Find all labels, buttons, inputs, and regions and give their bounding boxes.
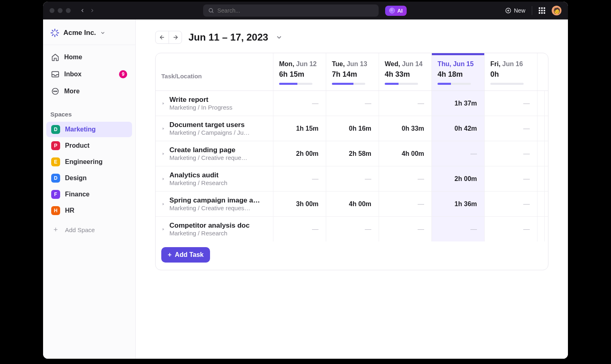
expand-row-icon[interactable] <box>161 202 165 206</box>
time-cell[interactable]: — <box>379 91 432 116</box>
task-path: Marketing / Creative reques… <box>169 205 260 211</box>
add-space-label: Add Space <box>65 226 95 233</box>
day-label: Fri, Jun 16 <box>490 60 531 68</box>
task-cell[interactable]: Create landing page Marketing / Creative… <box>156 141 273 166</box>
task-cell[interactable]: Write report Marketing / In Progress <box>156 91 273 116</box>
time-cell[interactable]: 4h 00m <box>326 192 379 216</box>
nav-inbox[interactable]: Inbox 9 <box>46 66 132 82</box>
task-name: Spring campaign image a… <box>169 196 260 205</box>
time-cell[interactable]: — <box>326 217 379 241</box>
window-controls <box>50 8 71 13</box>
prev-range-button[interactable] <box>156 31 169 43</box>
close-window-dot[interactable] <box>50 8 54 13</box>
day-header-tue[interactable]: Tue, Jun 13 7h 14m <box>326 53 379 90</box>
search-bar[interactable] <box>203 4 379 17</box>
chevron-down-icon[interactable] <box>275 34 283 41</box>
space-label: Engineering <box>65 158 102 166</box>
task-cell[interactable]: Analytics audit Marketing / Research <box>156 166 273 191</box>
expand-row-icon[interactable] <box>161 177 165 181</box>
expand-row-icon[interactable] <box>161 152 165 156</box>
space-label: Marketing <box>65 126 96 133</box>
time-cell[interactable]: — <box>273 217 326 241</box>
time-cell[interactable]: 3h 00m <box>273 192 326 216</box>
table-row: Document target users Marketing / Campai… <box>156 116 548 141</box>
time-cell[interactable]: — <box>485 116 537 141</box>
task-cell[interactable]: Document target users Marketing / Campai… <box>156 116 273 141</box>
time-cell[interactable]: — <box>273 91 326 116</box>
svg-line-1 <box>212 12 213 13</box>
time-cell[interactable]: 1h 36m <box>432 192 485 216</box>
sidebar-space-product[interactable]: P Product <box>46 138 132 153</box>
day-header-overflow <box>537 53 548 90</box>
time-cell[interactable]: — <box>326 166 379 191</box>
task-path: Marketing / In Progress <box>169 104 232 111</box>
day-header-thu[interactable]: Thu, Jun 15 4h 18m <box>432 53 485 90</box>
time-cell[interactable]: 0h 16m <box>326 116 379 141</box>
time-cell[interactable]: 0h 42m <box>432 116 485 141</box>
row-overflow <box>537 116 545 141</box>
add-task-button[interactable]: Add Task <box>161 247 210 263</box>
time-cell[interactable]: — <box>485 166 537 191</box>
time-cell[interactable]: — <box>379 217 432 241</box>
sidebar-space-design[interactable]: D Design <box>46 170 132 186</box>
time-cell[interactable]: — <box>485 141 537 166</box>
day-header-mon[interactable]: Mon, Jun 12 6h 15m <box>273 53 326 90</box>
time-cell[interactable]: — <box>326 91 379 116</box>
ai-button[interactable]: AI <box>385 6 407 16</box>
sidebar-space-finance[interactable]: F Finance <box>46 187 132 202</box>
time-cell[interactable]: — <box>379 166 432 191</box>
day-label: Wed, Jun 14 <box>385 60 426 68</box>
task-path: Marketing / Creative reque… <box>169 154 247 161</box>
space-label: HR <box>65 207 74 214</box>
day-header-wed[interactable]: Wed, Jun 14 4h 33m <box>379 53 432 90</box>
time-cell[interactable]: 4h 00m <box>379 141 432 166</box>
sidebar-space-hr[interactable]: H HR <box>46 203 132 218</box>
task-path: Marketing / Research <box>169 179 228 186</box>
day-header-fri[interactable]: Fri, Jun 16 0h <box>485 53 537 90</box>
search-input[interactable] <box>217 7 374 14</box>
new-label: New <box>514 7 525 14</box>
task-path: Marketing / Research <box>169 230 249 237</box>
back-button[interactable] <box>79 7 86 14</box>
forward-button[interactable] <box>89 7 96 14</box>
user-avatar[interactable]: 🧑 <box>552 6 561 15</box>
time-cell[interactable]: — <box>432 217 485 241</box>
time-cell[interactable]: — <box>485 91 537 116</box>
space-label: Product <box>65 142 89 149</box>
nav-more[interactable]: More <box>46 83 132 99</box>
time-cell[interactable]: 2h 00m <box>273 141 326 166</box>
task-cell[interactable]: Spring campaign image a… Marketing / Cre… <box>156 192 273 216</box>
workspace-switcher[interactable]: Acme Inc. <box>43 23 135 45</box>
add-space-button[interactable]: + Add Space <box>46 222 132 238</box>
task-cell[interactable]: Competitor analysis doc Marketing / Rese… <box>156 217 273 241</box>
sidebar-space-marketing[interactable]: D Marketing <box>46 122 132 137</box>
time-cell[interactable]: — <box>379 192 432 216</box>
apps-grid-icon[interactable] <box>539 7 545 14</box>
workspace-logo-icon <box>50 28 59 37</box>
expand-row-icon[interactable] <box>161 101 165 106</box>
time-cell[interactable]: 2h 58m <box>326 141 379 166</box>
expand-row-icon[interactable] <box>161 227 165 231</box>
task-location-label: Task/Location <box>161 60 267 80</box>
time-cell[interactable]: — <box>485 217 537 241</box>
ai-icon <box>389 8 395 13</box>
row-overflow <box>537 217 545 241</box>
expand-row-icon[interactable] <box>161 127 165 131</box>
ai-label: AI <box>397 8 403 14</box>
minimize-window-dot[interactable] <box>58 8 63 13</box>
svg-line-11 <box>52 34 54 36</box>
time-cell[interactable]: 0h 33m <box>379 116 432 141</box>
time-cell[interactable]: — <box>432 141 485 166</box>
nav-home[interactable]: Home <box>46 49 132 65</box>
time-cell[interactable]: — <box>485 192 537 216</box>
sidebar-space-engineering[interactable]: E Engineering <box>46 154 132 170</box>
time-cell[interactable]: 1h 37m <box>432 91 485 116</box>
time-cell[interactable]: 1h 15m <box>273 116 326 141</box>
new-button[interactable]: New <box>505 7 525 14</box>
maximize-window-dot[interactable] <box>66 8 71 13</box>
table-row: Competitor analysis doc Marketing / Rese… <box>156 217 548 241</box>
time-cell[interactable]: — <box>273 166 326 191</box>
date-range-header: Jun 11 – 17, 2023 <box>136 31 568 53</box>
time-cell[interactable]: 2h 00m <box>432 166 485 191</box>
next-range-button[interactable] <box>169 31 182 43</box>
